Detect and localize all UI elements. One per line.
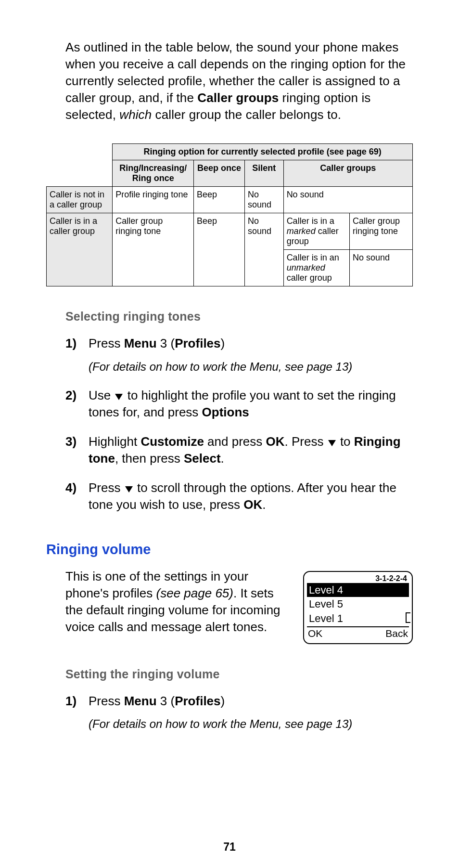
row1-c4: No sound bbox=[283, 187, 412, 213]
vs1d: Profiles bbox=[175, 694, 220, 708]
phone-scroll-icon bbox=[406, 612, 410, 623]
intro-text-e: caller group the caller belongs to. bbox=[152, 107, 341, 122]
table-corner-blank bbox=[47, 144, 113, 160]
intro-italic-which: which bbox=[119, 107, 152, 122]
row2-sub2-val: No sound bbox=[349, 250, 412, 286]
s3c: and press bbox=[204, 434, 266, 449]
phone-option-2: Level 5 bbox=[307, 597, 409, 611]
steps-setting-volume: 1) Press Menu 3 (Profiles) (For details … bbox=[65, 693, 413, 732]
col-ring-increasing: Ring/Increasing/ Ring once bbox=[113, 160, 194, 187]
row2-sub1b: marked bbox=[287, 226, 316, 236]
col-ring-inc-line2: Ring once bbox=[132, 173, 174, 183]
down-arrow-icon bbox=[125, 486, 133, 492]
row2-sub2-key: Caller is in an unmarked caller group bbox=[283, 250, 349, 286]
col-silent: Silent bbox=[244, 160, 283, 187]
step-3: 3) Highlight Customize and press OK. Pre… bbox=[65, 433, 413, 467]
intro-paragraph: As outlined in the table below, the soun… bbox=[65, 39, 413, 123]
s3d: OK bbox=[266, 434, 285, 449]
table-corner-blank-2 bbox=[47, 160, 113, 187]
vol-step-1-num: 1) bbox=[65, 693, 89, 732]
ringing-option-table: Ringing option for currently selected pr… bbox=[46, 143, 413, 286]
row2-sub2b: unmarked bbox=[287, 263, 325, 272]
phone-softkeys: OK Back bbox=[307, 627, 409, 639]
row2-c2: Beep bbox=[194, 213, 245, 286]
vs1c: 3 ( bbox=[157, 694, 175, 708]
step-2: 2) Use to highlight the profile you want… bbox=[65, 387, 413, 421]
phone-softkey-right: Back bbox=[385, 628, 408, 639]
row1-c3: No sound bbox=[244, 187, 283, 213]
s4d: . bbox=[262, 497, 266, 512]
ringing-volume-row: This is one of the settings in your phon… bbox=[65, 568, 413, 644]
vol-step-1-body: Press Menu 3 (Profiles) (For details on … bbox=[89, 693, 413, 732]
s4c: OK bbox=[243, 497, 262, 512]
phone-option-selected: Level 4 bbox=[307, 583, 409, 597]
rv-b: (see page 65) bbox=[156, 586, 233, 600]
vs1e: ) bbox=[221, 694, 225, 708]
s1e: ) bbox=[221, 336, 225, 350]
row1-c1: Profile ringing tone bbox=[113, 187, 194, 213]
vs1b: Menu bbox=[124, 694, 157, 708]
step-1-num: 1) bbox=[65, 335, 89, 374]
phone-menu-code: 3-1-2-2-4 bbox=[307, 574, 409, 583]
ringing-table-wrap: Ringing option for currently selected pr… bbox=[46, 143, 413, 286]
s2c: Options bbox=[202, 405, 249, 419]
row2-sub1-val: Caller group ringing tone bbox=[349, 213, 412, 250]
phone-softkey-left: OK bbox=[308, 628, 322, 639]
step-1: 1) Press Menu 3 (Profiles) (For details … bbox=[65, 335, 413, 374]
s3j: . bbox=[221, 451, 224, 466]
row1-head: Caller is not in a caller group bbox=[47, 187, 113, 213]
col-beep-once: Beep once bbox=[194, 160, 245, 187]
s4b: to scroll through the options. After you… bbox=[89, 480, 396, 512]
page-number: 71 bbox=[0, 841, 459, 854]
step-4: 4) Press to scroll through the options. … bbox=[65, 479, 413, 513]
col-ring-inc-line1: Ring/Increasing/ bbox=[119, 163, 187, 173]
s1c: 3 ( bbox=[157, 336, 175, 350]
table-span-header: Ringing option for currently selected pr… bbox=[113, 144, 413, 160]
vol-step-1-note: (For details on how to work the Menu, se… bbox=[89, 716, 413, 732]
s4a: Press bbox=[89, 480, 124, 495]
s1b: Menu bbox=[124, 336, 157, 350]
manual-page: As outlined in the table below, the soun… bbox=[0, 0, 459, 868]
step-4-body: Press to scroll through the options. Aft… bbox=[89, 479, 413, 513]
step-2-body: Use to highlight the profile you want to… bbox=[89, 387, 413, 421]
s2a: Use bbox=[89, 388, 114, 402]
row1-c2: Beep bbox=[194, 187, 245, 213]
s3a: Highlight bbox=[89, 434, 140, 449]
vs1a: Press bbox=[89, 694, 124, 708]
down-arrow-icon bbox=[328, 440, 336, 446]
row2-sub2a: Caller is in an bbox=[287, 253, 339, 262]
section-heading-ringing-volume: Ringing volume bbox=[46, 542, 413, 557]
col-caller-groups: Caller groups bbox=[283, 160, 412, 187]
s1d: Profiles bbox=[175, 336, 220, 350]
subheading-selecting-ringing-tones: Selecting ringing tones bbox=[65, 310, 413, 324]
s3b: Customize bbox=[140, 434, 204, 449]
subheading-setting-ringing-volume: Setting the ringing volume bbox=[65, 667, 413, 681]
s3h: , then press bbox=[115, 451, 184, 466]
ringing-volume-paragraph: This is one of the settings in your phon… bbox=[65, 568, 292, 644]
s3i: Select bbox=[184, 451, 221, 466]
step-3-body: Highlight Customize and press OK. Press … bbox=[89, 433, 413, 467]
row2-c3: No sound bbox=[244, 213, 283, 286]
steps-selecting-tones: 1) Press Menu 3 (Profiles) (For details … bbox=[65, 335, 413, 513]
phone-option-3: Level 1 bbox=[307, 611, 409, 626]
row2-sub1a: Caller is in a bbox=[287, 216, 334, 226]
down-arrow-icon bbox=[115, 394, 123, 400]
s1a: Press bbox=[89, 336, 124, 350]
phone-screen-illustration: 3-1-2-2-4 Level 4 Level 5 Level 1 OK Bac… bbox=[303, 571, 413, 644]
step-2-num: 2) bbox=[65, 387, 89, 421]
row2-c1: Caller group ringing tone bbox=[113, 213, 194, 286]
row2-head: Caller is in a caller group bbox=[47, 213, 113, 286]
row2-sub2c: caller group bbox=[287, 273, 332, 283]
intro-bold-caller-groups: Caller groups bbox=[197, 91, 279, 105]
s3e: . Press bbox=[285, 434, 327, 449]
step-1-note: (For details on how to work the Menu, se… bbox=[89, 359, 413, 375]
step-1-body: Press Menu 3 (Profiles) (For details on … bbox=[89, 335, 413, 374]
vol-step-1: 1) Press Menu 3 (Profiles) (For details … bbox=[65, 693, 413, 732]
step-4-num: 4) bbox=[65, 479, 89, 513]
row2-sub1-key: Caller is in a marked caller group bbox=[283, 213, 349, 250]
s3f: to bbox=[337, 434, 354, 449]
step-3-num: 3) bbox=[65, 433, 89, 467]
